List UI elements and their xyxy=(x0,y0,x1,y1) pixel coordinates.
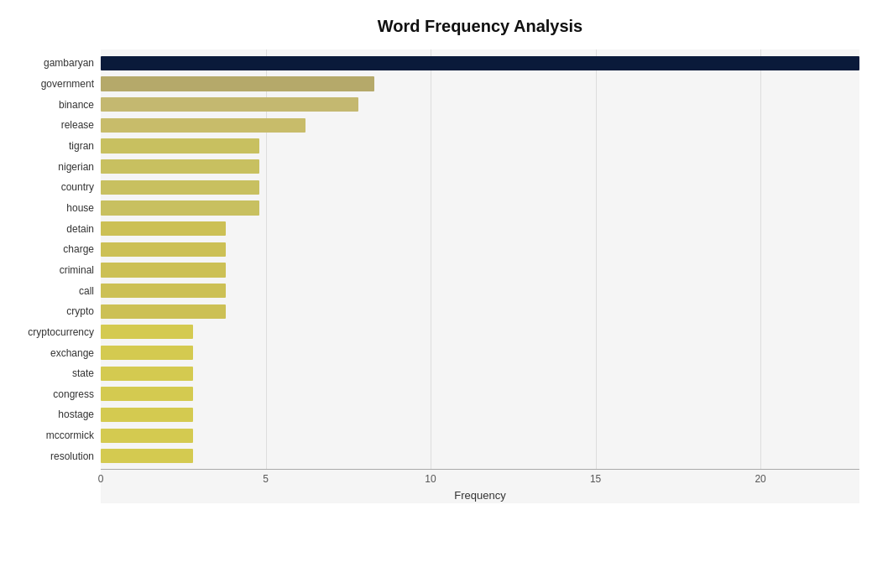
bar xyxy=(101,408,193,422)
bar xyxy=(101,159,259,174)
bar-row: exchange xyxy=(101,342,859,363)
bar-label: crypto xyxy=(2,305,94,317)
bar xyxy=(101,429,193,443)
bar-label: release xyxy=(2,119,94,131)
bar-row: crypto xyxy=(101,301,859,322)
bar-row: release xyxy=(101,115,859,136)
bar-label: resolution xyxy=(2,450,94,462)
bar xyxy=(101,118,306,133)
bar-row: country xyxy=(101,177,859,198)
bar-label: mccormick xyxy=(2,429,94,441)
bar xyxy=(101,284,226,298)
bar xyxy=(101,325,193,339)
x-tick: 20 xyxy=(755,473,765,485)
bar-row: state xyxy=(101,363,859,384)
bar xyxy=(101,367,193,381)
bar-label: government xyxy=(2,78,94,90)
bar-row: criminal xyxy=(101,260,859,281)
bar-label: binance xyxy=(2,99,94,111)
bar-row: hostage xyxy=(101,404,859,425)
bar xyxy=(101,56,859,70)
bar-label: nigerian xyxy=(2,161,94,173)
bar xyxy=(101,200,259,215)
bar xyxy=(101,263,226,277)
bar xyxy=(101,97,358,112)
bar-label: exchange xyxy=(2,347,94,359)
bar-label: state xyxy=(2,367,94,379)
bar-label: hostage xyxy=(2,408,94,420)
bar xyxy=(101,76,374,91)
bar-row: detain xyxy=(101,218,859,239)
bar-label: house xyxy=(2,202,94,214)
bar xyxy=(101,304,226,319)
bar xyxy=(101,387,193,401)
x-axis: Frequency 05101520 xyxy=(101,470,859,503)
bar-row: binance xyxy=(101,94,859,115)
bar-row: government xyxy=(101,74,859,95)
x-tick: 5 xyxy=(263,473,269,485)
bar-row: cryptocurrency xyxy=(101,322,859,343)
bar-label: charge xyxy=(2,243,94,255)
bar-row: mccormick xyxy=(101,425,859,446)
chart-container: Word Frequency Analysis gambaryangovernm… xyxy=(0,0,893,588)
chart-title: Word Frequency Analysis xyxy=(101,17,859,36)
bar xyxy=(101,138,259,153)
x-axis-label: Frequency xyxy=(101,489,859,502)
x-tick: 15 xyxy=(590,473,601,485)
bar-label: tigran xyxy=(2,140,94,152)
chart-area: gambaryangovernmentbinancereleasetigrann… xyxy=(101,49,859,503)
bar-row: house xyxy=(101,198,859,219)
bar-row: resolution xyxy=(101,445,859,466)
bar xyxy=(101,346,193,360)
bar-label: cryptocurrency xyxy=(2,326,94,338)
x-tick: 10 xyxy=(425,473,436,485)
bar-label: gambaryan xyxy=(2,57,94,69)
bar-row: call xyxy=(101,280,859,301)
bar-label: criminal xyxy=(2,264,94,276)
bar-row: tigran xyxy=(101,136,859,157)
bar-row: nigerian xyxy=(101,156,859,177)
bar-row: gambaryan xyxy=(101,53,859,74)
bar-label: call xyxy=(2,285,94,297)
bar xyxy=(101,221,226,236)
bar-row: congress xyxy=(101,384,859,405)
bar-label: country xyxy=(2,181,94,193)
x-tick: 0 xyxy=(98,473,104,485)
bar xyxy=(101,180,259,195)
bar xyxy=(101,449,193,463)
bar-label: detain xyxy=(2,223,94,235)
bar-label: congress xyxy=(2,388,94,400)
bars-wrapper: gambaryangovernmentbinancereleasetigrann… xyxy=(101,49,859,470)
bar xyxy=(101,242,226,257)
bar-row: charge xyxy=(101,239,859,260)
